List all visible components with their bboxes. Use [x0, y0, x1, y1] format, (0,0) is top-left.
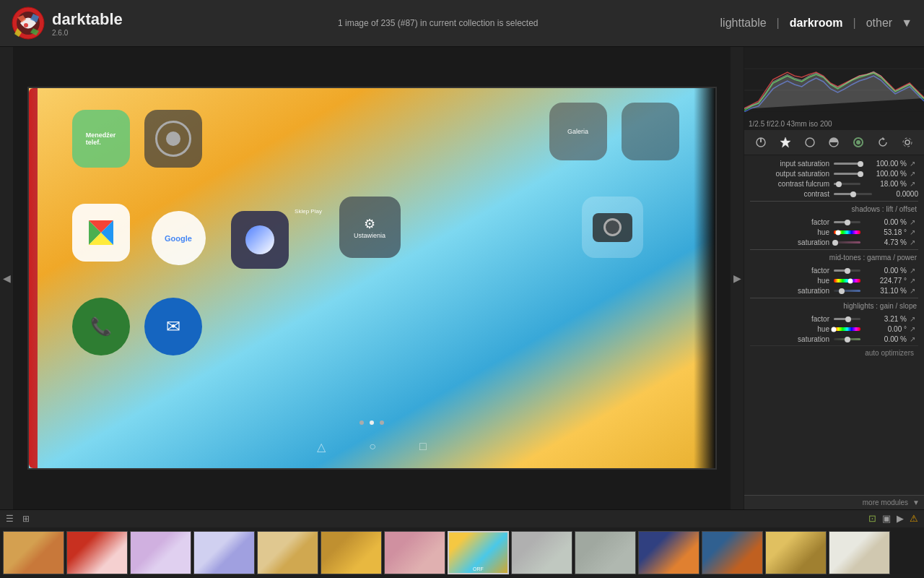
filmstrip-thumb-11[interactable] [638, 531, 699, 574]
filmstrip-thumb-13[interactable] [765, 531, 827, 574]
image-icon[interactable]: ▣ [882, 513, 891, 524]
filmstrip-thumb-1[interactable] [3, 531, 64, 574]
logo-area: darktable 2.6.0 [12, 7, 156, 40]
contrast-value: 0.0000 [876, 190, 918, 198]
midtones-hue-row: hue 224.77 ° ↗ [750, 277, 918, 285]
settings-icon[interactable] [898, 133, 917, 152]
output-saturation-row: output saturation 100.00 % ↗ [750, 170, 918, 178]
filmstrip-thumb-14[interactable] [829, 531, 890, 574]
midtones-factor-slider[interactable] [834, 269, 860, 272]
half-circle-icon[interactable] [824, 133, 843, 152]
highlights-hue-value: 0.00 ° [865, 325, 907, 333]
grid-icon[interactable]: ⊞ [22, 514, 30, 524]
main-content: ◀ Menedźertelef. Galeria [0, 47, 924, 509]
filmstrip-thumb-12[interactable] [702, 531, 763, 574]
logo-text: darktable 2.6.0 [52, 10, 123, 37]
nav-separator-2: | [853, 17, 856, 30]
midtones-hue-slider[interactable] [834, 279, 860, 282]
svg-point-2 [24, 23, 28, 27]
output-saturation-value: 100.00 % [865, 170, 907, 178]
highlights-hue-label: hue [750, 325, 829, 333]
menu-icon[interactable]: ☰ [6, 514, 14, 524]
shadows-factor-slider[interactable] [834, 221, 860, 223]
circle-icon[interactable] [801, 133, 819, 152]
midtones-hue-expand[interactable]: ↗ [910, 277, 918, 285]
filmstrip-thumb-6[interactable] [321, 531, 382, 574]
nav-darkroom[interactable]: darkroom [790, 17, 843, 30]
shadows-saturation-expand[interactable]: ↗ [910, 238, 918, 246]
shadows-saturation-label: saturation [750, 238, 829, 246]
input-saturation-label: input saturation [750, 160, 829, 168]
input-saturation-slider[interactable] [834, 163, 860, 165]
highlights-hue-row: hue 0.00 ° ↗ [750, 325, 918, 333]
midtones-saturation-value: 31.10 % [865, 287, 907, 295]
filmstrip-thumb-7[interactable] [384, 531, 445, 574]
bottom-bar: ☰ ⊞ ⊡ ▣ ▶ ⚠ ORF [0, 509, 924, 578]
midtones-factor-value: 0.00 % [865, 267, 907, 275]
midtones-factor-row: factor 0.00 % ↗ [750, 267, 918, 275]
output-saturation-slider[interactable] [834, 173, 860, 175]
filmstrip: ORF [0, 527, 924, 578]
shadows-saturation-value: 4.73 % [865, 238, 907, 246]
filmstrip-thumb-3[interactable] [130, 531, 191, 574]
shadows-hue-expand[interactable]: ↗ [910, 228, 918, 236]
app-version: 2.6.0 [52, 29, 123, 37]
histogram-exif: 1/2.5 f/22.0 43mm iso 200 [749, 120, 832, 128]
midtones-factor-label: factor [750, 267, 829, 275]
highlights-factor-value: 3.21 % [865, 315, 907, 323]
highlights-saturation-row: saturation 0.00 % ↗ [750, 335, 918, 343]
midtones-saturation-slider[interactable] [834, 290, 860, 292]
nav-lighttable[interactable]: lighttable [720, 17, 767, 30]
midtones-saturation-expand[interactable]: ↗ [910, 287, 918, 295]
color-grid-icon[interactable]: ⊡ [868, 513, 876, 524]
highlights-saturation-expand[interactable]: ↗ [910, 335, 918, 343]
contrast-fulcrum-expand[interactable]: ↗ [910, 180, 918, 188]
filmstrip-thumb-5[interactable] [257, 531, 318, 574]
more-modules-link[interactable]: more modules ▼ [744, 495, 924, 509]
star-icon[interactable] [776, 133, 795, 152]
midtones-hue-label: hue [750, 277, 829, 285]
left-nav-arrow[interactable]: ◀ [0, 47, 13, 509]
contrast-fulcrum-slider[interactable] [834, 183, 860, 185]
highlights-hue-slider[interactable] [834, 327, 860, 331]
auto-optimizers-link[interactable]: auto optimizers [750, 345, 918, 360]
right-panel: 1/2.5 f/22.0 43mm iso 200 [744, 47, 924, 509]
shadows-section-header: shadows : lift / offset [750, 201, 918, 215]
params-section: input saturation 100.00 % ↗ output satur… [744, 155, 924, 495]
nav-dropdown-icon[interactable]: ▼ [901, 17, 912, 30]
filmstrip-thumb-4[interactable] [193, 531, 255, 574]
filmstrip-thumb-10[interactable] [575, 531, 636, 574]
filmstrip-thumb-2[interactable] [66, 531, 128, 574]
image-area: Menedźertelef. Galeria Google [13, 47, 731, 509]
midtones-factor-expand[interactable]: ↗ [910, 267, 918, 275]
svg-point-9 [806, 138, 814, 147]
contrast-label: contrast [750, 190, 829, 198]
input-saturation-row: input saturation 100.00 % ↗ [750, 160, 918, 168]
refresh-icon[interactable] [873, 133, 892, 152]
filmstrip-thumb-9[interactable] [511, 531, 572, 574]
nav-other[interactable]: other [866, 17, 892, 30]
power-icon[interactable] [751, 133, 770, 152]
shadows-saturation-slider[interactable] [834, 241, 860, 243]
more-modules-icon: ▼ [912, 499, 920, 506]
input-saturation-expand[interactable]: ↗ [910, 160, 918, 168]
play-icon[interactable]: ▶ [897, 513, 904, 524]
shadows-factor-expand[interactable]: ↗ [910, 218, 918, 226]
more-modules-text: more modules [863, 499, 908, 506]
output-saturation-expand[interactable]: ↗ [910, 170, 918, 178]
color-circle-icon[interactable] [849, 133, 868, 152]
right-nav-arrow[interactable]: ▶ [731, 47, 744, 509]
contrast-slider[interactable] [834, 193, 872, 195]
highlights-hue-expand[interactable]: ↗ [910, 325, 918, 333]
highlights-factor-slider[interactable] [834, 318, 860, 320]
warning-icon[interactable]: ⚠ [910, 513, 918, 524]
app-logo [12, 7, 45, 40]
status-text: 1 image of 235 (#87) in current collecti… [156, 18, 720, 28]
filmstrip-thumb-8-selected[interactable]: ORF [448, 531, 509, 574]
highlights-factor-expand[interactable]: ↗ [910, 315, 918, 323]
midtones-hue-value: 224.77 ° [865, 277, 907, 285]
highlights-saturation-slider[interactable] [834, 338, 860, 340]
contrast-row: contrast 0.0000 [750, 190, 918, 198]
shadows-hue-slider[interactable] [834, 230, 860, 234]
shadows-factor-value: 0.00 % [865, 218, 907, 226]
